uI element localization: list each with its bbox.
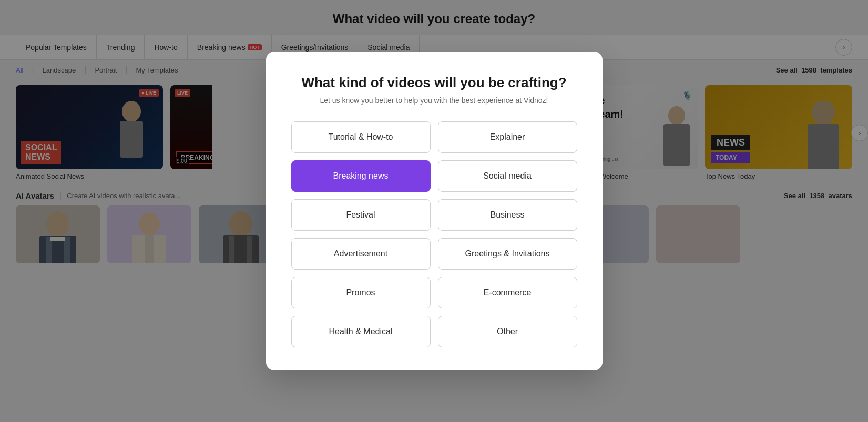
option-business[interactable]: Business <box>438 199 577 231</box>
modal-overlay[interactable]: What kind of videos will you be crafting… <box>0 0 868 422</box>
background-page: What video will you create today? Popula… <box>0 0 868 422</box>
option-ecommerce[interactable]: E-commerce <box>438 277 577 308</box>
option-greetings[interactable]: Greetings & Invitations <box>438 238 577 270</box>
option-breaking-news[interactable]: Breaking news <box>291 160 431 192</box>
option-social-media[interactable]: Social media <box>438 160 577 192</box>
modal-subtitle: Let us know you better to help you with … <box>291 96 577 105</box>
option-explainer[interactable]: Explainer <box>438 121 577 153</box>
modal-options-grid: Tutorial & How-to Explainer Breaking new… <box>291 121 577 347</box>
modal-dialog: What kind of videos will you be crafting… <box>266 52 603 370</box>
option-other[interactable]: Other <box>438 316 577 347</box>
option-festival[interactable]: Festival <box>291 199 431 231</box>
option-tutorial[interactable]: Tutorial & How-to <box>291 121 431 153</box>
option-advertisement[interactable]: Advertisement <box>291 238 431 270</box>
option-health[interactable]: Health & Medical <box>291 316 431 347</box>
option-promos[interactable]: Promos <box>291 277 431 308</box>
modal-title: What kind of videos will you be crafting… <box>291 75 577 91</box>
